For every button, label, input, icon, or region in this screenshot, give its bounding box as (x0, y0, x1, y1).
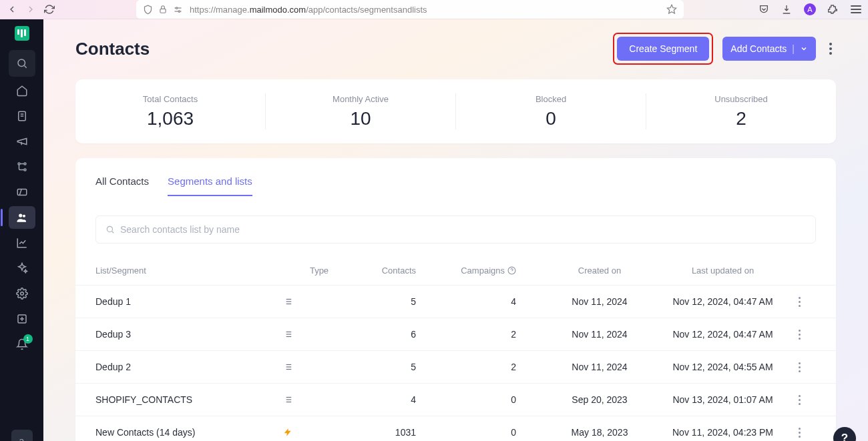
cell-contacts: 5 (356, 362, 436, 372)
stat-label: Total Contacts (143, 94, 198, 104)
cell-name: New Contacts (14 days) (95, 427, 282, 438)
url-bar[interactable]: https://manage.mailmodo.com/app/contacts… (136, 0, 684, 19)
cell-updated: Nov 13, 2024, 01:07 AM (663, 394, 783, 405)
th-campaigns: Campaigns (436, 266, 536, 276)
notification-badge: 1 (23, 334, 33, 344)
cell-updated: Nov 12, 2024, 04:47 AM (663, 296, 783, 307)
browser-chrome: https://manage.mailmodo.com/app/contacts… (0, 0, 868, 19)
add-contacts-button[interactable]: Add Contacts | (722, 37, 816, 61)
sidebar-contacts[interactable] (9, 206, 35, 229)
cell-created: Nov 11, 2024 (536, 362, 663, 372)
sidebar: 1 a (0, 19, 43, 441)
table-row[interactable]: Dedup 362Nov 11, 2024Nov 12, 2024, 04:47… (75, 318, 836, 350)
highlight-create-segment: Create Segment (613, 33, 713, 65)
sidebar-settings[interactable] (9, 282, 35, 305)
sidebar-home[interactable] (9, 79, 35, 102)
row-more-button[interactable] (783, 362, 816, 372)
th-list: List/Segment (95, 266, 282, 276)
sidebar-analytics[interactable] (9, 232, 35, 254)
stat-label: Monthly Active (333, 94, 389, 104)
page-title: Contacts (75, 39, 150, 59)
cell-created: Nov 11, 2024 (536, 329, 663, 340)
cell-name: SHOPIFY_CONTACTS (95, 394, 282, 405)
table-header: List/Segment Type Contacts Campaigns Cre… (75, 256, 836, 285)
url-text: https://manage.mailmodo.com/app/contacts… (190, 5, 427, 15)
segments-card: All Contacts Segments and lists List/Seg… (75, 158, 836, 441)
create-segment-button[interactable]: Create Segment (617, 37, 709, 61)
list-icon (282, 362, 356, 372)
bookmark-star-icon[interactable] (666, 4, 677, 15)
stat-label: Unsubscribed (714, 94, 768, 104)
stat-unsubscribed: Unsubscribed 2 (646, 94, 836, 129)
cell-created: Nov 11, 2024 (536, 296, 663, 307)
sidebar-journeys[interactable] (9, 155, 35, 178)
cell-name: Dedup 2 (95, 362, 282, 372)
cell-created: Sep 20, 2023 (536, 394, 663, 405)
svg-point-18 (107, 226, 112, 232)
table-row[interactable]: Dedup 252Nov 11, 2024Nov 12, 2024, 04:55… (75, 350, 836, 383)
sidebar-notifications[interactable]: 1 (9, 333, 35, 356)
stat-monthly-active: Monthly Active 10 (266, 94, 455, 129)
shield-icon (143, 5, 153, 15)
svg-point-10 (18, 163, 20, 165)
tab-all-contacts[interactable]: All Contacts (95, 175, 149, 196)
th-contacts: Contacts (356, 266, 436, 276)
list-icon (282, 297, 356, 306)
sidebar-templates[interactable] (9, 105, 35, 127)
tune-icon (173, 5, 183, 15)
cell-campaigns: 2 (436, 329, 536, 340)
info-icon[interactable] (507, 266, 516, 275)
cell-contacts: 4 (356, 394, 436, 405)
extensions-icon[interactable] (828, 4, 839, 15)
sidebar-integrations[interactable] (9, 181, 35, 203)
list-icon (282, 330, 356, 339)
profile-avatar[interactable]: A (804, 3, 816, 15)
svg-point-4 (178, 10, 180, 12)
th-updated: Last updated on (663, 266, 783, 276)
th-type: Type (282, 266, 356, 276)
app-logo[interactable] (15, 26, 29, 41)
table-row[interactable]: SHOPIFY_CONTACTS40Sep 20, 2023Nov 13, 20… (75, 383, 836, 416)
cell-name: Dedup 3 (95, 329, 282, 340)
search-input[interactable] (120, 224, 806, 235)
sidebar-search[interactable] (9, 50, 35, 77)
pocket-icon[interactable] (758, 4, 769, 15)
chevron-down-icon (800, 45, 808, 53)
back-icon[interactable] (7, 4, 17, 15)
reload-icon[interactable] (44, 4, 55, 15)
sidebar-ai[interactable] (9, 257, 35, 280)
th-created: Created on (536, 266, 663, 276)
cell-created: May 18, 2023 (536, 427, 663, 438)
cell-contacts: 5 (356, 296, 436, 307)
svg-point-6 (18, 59, 25, 67)
stat-blocked: Blocked 0 (456, 94, 646, 129)
stat-value: 1,063 (147, 108, 194, 129)
cell-campaigns: 2 (436, 362, 536, 372)
row-more-button[interactable] (783, 395, 816, 405)
row-more-button[interactable] (783, 297, 816, 307)
forward-icon[interactable] (25, 4, 36, 15)
stat-value: 2 (736, 108, 746, 129)
header-more-button[interactable] (825, 43, 836, 55)
search-icon (105, 225, 115, 234)
svg-rect-13 (17, 189, 27, 195)
sidebar-account[interactable]: a (11, 430, 33, 441)
download-icon[interactable] (781, 4, 792, 15)
cell-campaigns: 4 (436, 296, 536, 307)
cell-updated: Nov 12, 2024, 04:55 AM (663, 362, 783, 372)
menu-icon[interactable] (851, 5, 861, 13)
table-row[interactable]: New Contacts (14 days)10310May 18, 2023N… (75, 416, 836, 441)
row-more-button[interactable] (783, 428, 816, 438)
stat-value: 10 (350, 108, 371, 129)
tab-segments-lists[interactable]: Segments and lists (168, 175, 252, 196)
search-box[interactable] (95, 215, 816, 244)
svg-point-3 (176, 7, 178, 9)
stat-value: 0 (546, 108, 556, 129)
sidebar-campaigns[interactable] (9, 130, 35, 153)
cell-campaigns: 0 (436, 427, 536, 438)
sidebar-export[interactable] (9, 308, 35, 330)
row-more-button[interactable] (783, 330, 816, 340)
cell-name: Dedup 1 (95, 296, 282, 307)
svg-point-11 (24, 169, 26, 171)
table-row[interactable]: Dedup 154Nov 11, 2024Nov 12, 2024, 04:47… (75, 285, 836, 318)
